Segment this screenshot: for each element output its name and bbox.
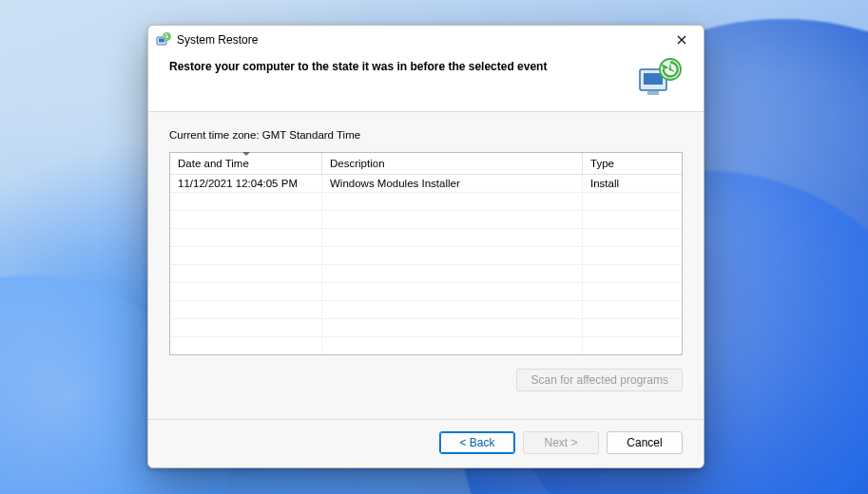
sort-desc-icon	[242, 152, 250, 156]
back-button[interactable]: < Back	[439, 431, 515, 454]
column-header-description[interactable]: Description	[322, 153, 583, 174]
cancel-button[interactable]: Cancel	[607, 431, 683, 454]
restore-points-grid: Date and Time Description Type 11/12/202…	[169, 152, 683, 355]
column-header-label: Date and Time	[178, 158, 249, 169]
column-header-label: Description	[330, 158, 385, 169]
restore-hero-icon	[637, 58, 683, 98]
column-header-label: Type	[590, 158, 614, 169]
grid-header: Date and Time Description Type	[170, 153, 682, 175]
table-row[interactable]	[170, 265, 682, 283]
table-row[interactable]	[170, 301, 682, 319]
cell-type: Install	[583, 175, 682, 192]
window-title: System Restore	[177, 33, 258, 47]
column-header-type[interactable]: Type	[583, 153, 682, 174]
cell-description: Windows Modules Installer	[322, 175, 583, 192]
table-row[interactable]	[170, 193, 682, 211]
column-header-date-time[interactable]: Date and Time	[170, 153, 322, 174]
table-row[interactable]: 11/12/2021 12:04:05 PM Windows Modules I…	[170, 175, 682, 193]
timezone-label: Current time zone: GMT Standard Time	[169, 129, 683, 141]
table-row[interactable]	[170, 319, 682, 337]
titlebar: System Restore	[148, 26, 704, 54]
wizard-body: Current time zone: GMT Standard Time Dat…	[148, 112, 704, 419]
system-restore-dialog: System Restore Restore your computer to …	[147, 25, 704, 468]
table-row[interactable]	[170, 229, 682, 247]
scan-affected-programs-button: Scan for affected programs	[516, 369, 683, 391]
table-row[interactable]	[170, 211, 682, 229]
svg-rect-5	[647, 91, 659, 95]
wizard-footer: < Back Next > Cancel	[148, 419, 704, 467]
next-button: Next >	[523, 431, 599, 454]
table-row[interactable]	[170, 247, 682, 265]
system-restore-icon	[156, 32, 171, 48]
cell-date-time: 11/12/2021 12:04:05 PM	[170, 175, 322, 192]
table-row[interactable]	[170, 337, 682, 354]
svg-rect-4	[644, 73, 663, 85]
close-button[interactable]	[665, 28, 698, 52]
grid-body[interactable]: 11/12/2021 12:04:05 PM Windows Modules I…	[170, 175, 682, 354]
wizard-heading: Restore your computer to the state it wa…	[169, 58, 637, 73]
desktop-background: System Restore Restore your computer to …	[0, 0, 868, 494]
wizard-header: Restore your computer to the state it wa…	[148, 54, 704, 112]
table-row[interactable]	[170, 283, 682, 301]
